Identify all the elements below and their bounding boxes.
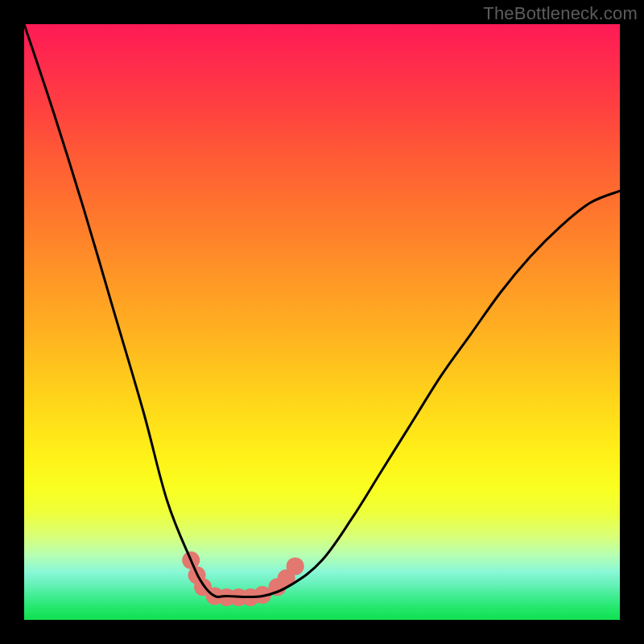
data-marker xyxy=(229,588,247,606)
plot-area xyxy=(24,24,620,620)
data-marker xyxy=(182,551,200,569)
data-marker xyxy=(206,587,224,605)
data-marker xyxy=(254,586,271,604)
data-marker xyxy=(188,567,206,584)
curve-layer xyxy=(24,24,620,620)
data-marker xyxy=(269,578,287,596)
data-marker xyxy=(287,557,304,575)
marker-group xyxy=(182,551,304,606)
chart-frame: TheBottleneck.com xyxy=(0,0,644,644)
data-marker xyxy=(218,588,236,606)
bottleneck-curve-path xyxy=(24,24,620,597)
watermark-text: TheBottleneck.com xyxy=(483,3,638,24)
data-marker xyxy=(194,578,212,596)
data-marker xyxy=(278,569,295,587)
data-marker xyxy=(242,588,259,606)
gradient-bands xyxy=(24,483,620,620)
